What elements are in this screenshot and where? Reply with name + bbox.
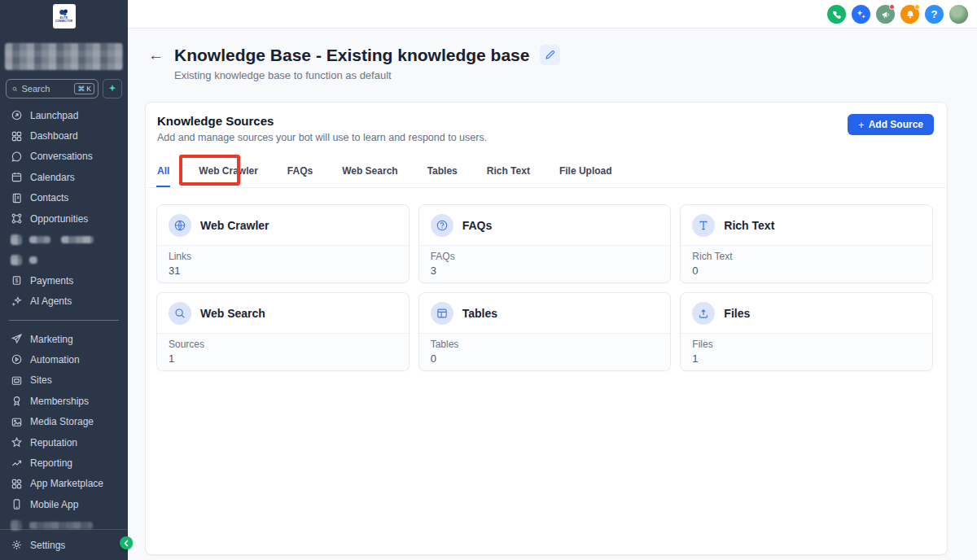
sidebar-item-label: Reputation (30, 437, 77, 448)
topbar: ? (128, 0, 977, 28)
tab-faqs[interactable]: FAQs (287, 158, 313, 187)
tab-file-upload[interactable]: File Upload (559, 158, 613, 187)
contacts-book-icon (11, 192, 23, 204)
question-mark-icon: ? (931, 8, 938, 20)
account-name-redacted[interactable] (5, 43, 123, 70)
sidebar-item-dashboard[interactable]: Dashboard (0, 125, 128, 146)
sidebar-item-label: Launchpad (30, 110, 78, 121)
mobile-app-icon (11, 498, 23, 510)
tab-all[interactable]: All (156, 158, 170, 187)
gear-icon (11, 539, 23, 551)
sidebar-item-reporting[interactable]: Reporting (0, 453, 128, 473)
sidebar-search[interactable]: ⌘ K (6, 79, 99, 98)
payments-icon: $ (11, 274, 23, 287)
sidebar-divider (9, 320, 119, 321)
notifications-button[interactable] (900, 5, 919, 24)
sidebar-item-label: Memberships (30, 396, 89, 407)
sparkle-icon (107, 84, 117, 94)
panel-heading: Knowledge Sources (157, 114, 487, 128)
sidebar-item-reputation[interactable]: Reputation (0, 432, 128, 453)
knowledge-sources-panel: Knowledge Sources Add and manage sources… (145, 102, 948, 555)
user-avatar[interactable] (949, 5, 968, 24)
sidebar-item-launchpad[interactable]: Launchpad (0, 105, 128, 125)
card-title: FAQs (462, 219, 493, 232)
tab-web-crawler[interactable]: Web Crawler (198, 158, 258, 187)
page-subtitle: Existing knowledge base to function as d… (174, 69, 560, 81)
card-files[interactable]: Files Files 1 (680, 292, 933, 371)
bell-icon (905, 10, 915, 20)
search-shortcut-badge: ⌘ K (74, 83, 94, 94)
stat-label: Rich Text (692, 251, 921, 262)
agency-logo: ELITE CONNECTOR (0, 0, 128, 36)
stat-value: 31 (169, 265, 397, 277)
elite-connector-logo: ELITE CONNECTOR (53, 4, 76, 28)
stat-value: 0 (431, 352, 659, 365)
sidebar-item-automation[interactable]: Automation (0, 349, 128, 370)
sidebar-item-label: Marketing (30, 334, 73, 345)
sidebar-item-label: Sites (30, 374, 52, 386)
magnifier-icon (169, 302, 191, 325)
sidebar-item-sites[interactable]: Sites (0, 370, 128, 391)
ai-tools-button[interactable] (852, 5, 870, 24)
memberships-icon (11, 395, 23, 407)
sidebar-item-label: Reporting (30, 457, 72, 469)
sidebar-item-memberships[interactable]: Memberships (0, 391, 128, 411)
card-web-search[interactable]: Web Search Sources 1 (156, 292, 410, 371)
card-rich-text[interactable]: Rich Text Rich Text 0 (680, 204, 933, 283)
redacted-label (29, 522, 93, 529)
redacted-label (61, 236, 94, 243)
sidebar-item-label: Opportunities (30, 213, 88, 225)
sidebar-item-label: AI Agents (30, 295, 72, 307)
megaphone-icon (881, 10, 891, 20)
dashboard-icon (11, 130, 23, 142)
logo-mark-icon (59, 9, 69, 16)
card-faqs[interactable]: FAQs FAQs 3 (418, 204, 672, 283)
sidebar-item-contacts[interactable]: Contacts (0, 188, 128, 208)
search-icon (12, 85, 18, 94)
edit-title-button[interactable] (540, 45, 560, 65)
main-content: ← Knowledge Base - Existing knowledge ba… (128, 28, 977, 560)
add-source-button[interactable]: + Add Source (848, 114, 934, 135)
sidebar-item-conversations[interactable]: Conversations (0, 147, 128, 167)
sidebar-item-redacted-2[interactable] (0, 250, 128, 270)
panel-subheading: Add and manage sources your bot will use… (157, 132, 487, 143)
sidebar-collapse-button[interactable] (120, 536, 133, 549)
redacted-label (29, 256, 37, 264)
sidebar-item-label: Calendars (30, 172, 75, 183)
back-button[interactable]: ← (148, 47, 164, 63)
sidebar-item-label: App Marketplace (30, 478, 103, 489)
stat-value: 0 (692, 265, 921, 277)
reporting-icon (11, 457, 23, 469)
card-title: Tables (462, 307, 497, 320)
sidebar-item-redacted-1[interactable] (0, 229, 128, 249)
chevron-left-icon (124, 540, 129, 547)
sidebar-item-settings[interactable]: Settings (0, 529, 128, 560)
sidebar-item-calendars[interactable]: Calendars (0, 167, 128, 187)
help-button[interactable]: ? (925, 5, 944, 24)
sidebar-item-marketing[interactable]: Marketing (0, 329, 128, 349)
sidebar-item-payments[interactable]: $ Payments (0, 270, 128, 291)
sidebar-item-media-storage[interactable]: Media Storage (0, 411, 128, 431)
redacted-label (29, 236, 50, 243)
media-storage-icon (11, 416, 23, 428)
card-web-crawler[interactable]: Web Crawler Links 31 (156, 204, 410, 283)
whats-new-button[interactable] (876, 5, 895, 24)
add-source-label: Add Source (869, 119, 923, 130)
sidebar-item-ai-agents[interactable]: AI Agents (0, 291, 128, 312)
tab-tables[interactable]: Tables (427, 158, 458, 187)
card-tables[interactable]: Tables Tables 0 (418, 292, 672, 371)
search-input[interactable] (22, 84, 71, 94)
ai-assistant-button[interactable] (103, 79, 122, 98)
plus-icon: + (858, 119, 865, 131)
launchpad-icon (11, 109, 23, 121)
tab-web-search[interactable]: Web Search (341, 158, 398, 187)
sidebar-item-mobile-app[interactable]: Mobile App (0, 494, 128, 514)
stat-label: Files (692, 339, 921, 350)
sidebar-item-opportunities[interactable]: Opportunities (0, 208, 128, 229)
sidebar-item-app-marketplace[interactable]: App Marketplace (0, 474, 128, 494)
sidebar-item-label: Media Storage (30, 416, 94, 427)
source-type-tabs: All Web Crawler FAQs Web Search Tables R… (146, 158, 947, 188)
phone-button[interactable] (827, 5, 846, 24)
tab-rich-text[interactable]: Rich Text (486, 158, 531, 187)
sidebar-item-label: Automation (30, 354, 80, 365)
